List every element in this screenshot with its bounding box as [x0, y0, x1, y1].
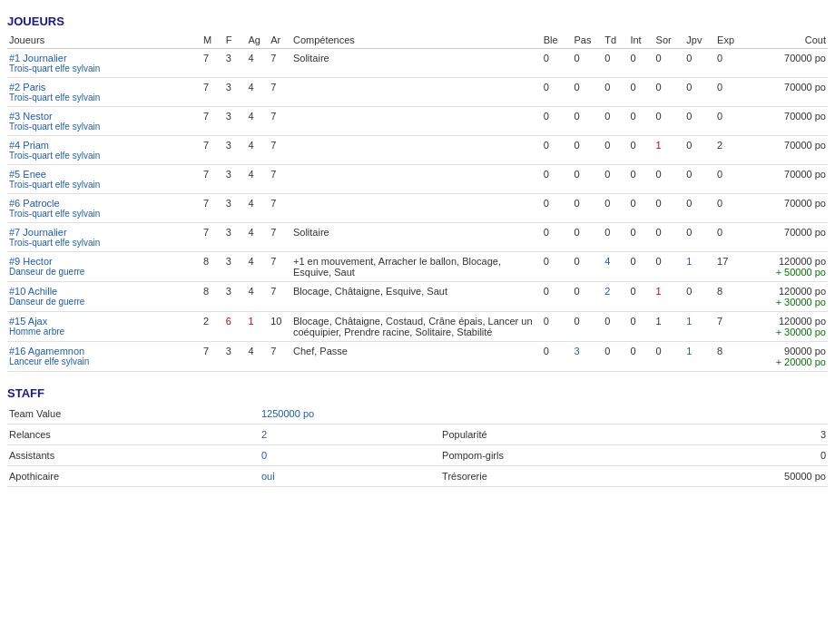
player-num[interactable]: #6 Patrocle [9, 198, 60, 209]
player-jpv: 0 [684, 165, 715, 194]
player-competences: Blocage, Châtaigne, Costaud, Crâne épais… [291, 312, 542, 342]
player-ar: 7 [269, 194, 291, 223]
player-jpv: 0 [684, 223, 715, 252]
player-type: Homme arbre [9, 327, 200, 337]
player-cout: 70000 po [746, 165, 828, 194]
player-cout: 120000 po + 30000 po [746, 282, 828, 312]
player-ar: 7 [269, 165, 291, 194]
player-pas: 0 [573, 282, 604, 312]
player-num[interactable]: #7 Journalier [9, 227, 67, 238]
team-value-label: Team Value [7, 404, 180, 424]
player-num[interactable]: #3 Nestor [9, 111, 53, 122]
player-num[interactable]: #2 Paris [9, 82, 45, 93]
player-cout: 90000 po + 20000 po [746, 342, 828, 372]
team-value-row: Team Value 1250000 po [7, 404, 828, 424]
table-row: #9 Hector Danseur de guerre 8 3 4 7 +1 e… [7, 252, 828, 282]
player-cout: 120000 po + 50000 po [746, 252, 828, 282]
player-num[interactable]: #1 Journalier [9, 53, 67, 63]
player-name-cell: #15 Ajax Homme arbre [7, 312, 201, 342]
player-ag: 4 [246, 165, 269, 194]
player-pas: 0 [573, 49, 604, 78]
table-row: #6 Patrocle Trois-quart elfe sylvain 7 3… [7, 194, 828, 223]
player-num[interactable]: #16 Agamemnon [9, 346, 84, 356]
player-name-cell: #4 Priam Trois-quart elfe sylvain [7, 136, 201, 165]
player-f: 3 [224, 194, 247, 223]
player-competences [291, 136, 542, 165]
player-sor: 0 [654, 107, 685, 136]
player-m: 7 [201, 49, 224, 78]
player-ag: 4 [246, 252, 269, 282]
player-sor: 0 [654, 223, 685, 252]
header-ble: Ble [542, 32, 573, 49]
player-cout: 70000 po [746, 49, 828, 78]
player-m: 7 [201, 136, 224, 165]
player-jpv: 1 [684, 252, 715, 282]
player-m: 7 [201, 194, 224, 223]
player-int: 0 [628, 194, 653, 223]
player-sor: 1 [654, 312, 685, 342]
player-sor: 0 [654, 342, 685, 372]
player-ar: 7 [269, 78, 291, 107]
header-td: Td [603, 32, 628, 49]
player-ble: 0 [542, 136, 573, 165]
player-pas: 0 [573, 136, 604, 165]
player-pas: 0 [573, 165, 604, 194]
player-cout: 70000 po [746, 78, 828, 107]
player-td: 0 [603, 49, 628, 78]
player-ag: 4 [246, 107, 269, 136]
player-num[interactable]: #15 Ajax [9, 316, 47, 327]
player-f: 3 [224, 78, 247, 107]
player-type: Danseur de guerre [9, 297, 200, 307]
joueurs-title: JOUEURS [7, 15, 828, 28]
player-exp: 8 [715, 342, 746, 372]
assistants-row: Assistants 0 Pompom-girls 0 [7, 445, 828, 466]
staff-table: Team Value 1250000 po Relances 2 Popular… [7, 404, 828, 487]
player-td: 0 [603, 223, 628, 252]
header-jpv: Jpv [684, 32, 715, 49]
player-exp: 17 [715, 252, 746, 282]
player-num[interactable]: #9 Hector [9, 256, 53, 267]
player-f: 3 [224, 107, 247, 136]
player-exp: 0 [715, 78, 746, 107]
player-cout: 120000 po + 30000 po [746, 312, 828, 342]
player-num[interactable]: #5 Enee [9, 169, 46, 180]
player-int: 0 [628, 165, 653, 194]
player-jpv: 0 [684, 282, 715, 312]
player-int: 0 [628, 78, 653, 107]
table-row: #4 Priam Trois-quart elfe sylvain 7 3 4 … [7, 136, 828, 165]
player-name-cell: #5 Enee Trois-quart elfe sylvain [7, 165, 201, 194]
player-type: Trois-quart elfe sylvain [9, 151, 200, 161]
player-ar: 7 [269, 252, 291, 282]
player-sor: 0 [654, 194, 685, 223]
player-name-cell: #7 Journalier Trois-quart elfe sylvain [7, 223, 201, 252]
player-num[interactable]: #10 Achille [9, 286, 57, 297]
apothicaire-label: Apothicaire [7, 466, 180, 487]
player-f: 3 [224, 165, 247, 194]
header-f: F [224, 32, 247, 49]
player-ag: 4 [246, 282, 269, 312]
team-value: 1250000 po [260, 404, 429, 424]
player-m: 7 [201, 342, 224, 372]
player-exp: 8 [715, 282, 746, 312]
popularite-value: 3 [692, 424, 828, 445]
player-jpv: 0 [684, 78, 715, 107]
player-pas: 0 [573, 107, 604, 136]
player-sor: 0 [654, 78, 685, 107]
player-pas: 0 [573, 312, 604, 342]
player-name-cell: #9 Hector Danseur de guerre [7, 252, 201, 282]
table-row: #10 Achille Danseur de guerre 8 3 4 7 Bl… [7, 282, 828, 312]
header-int: Int [628, 32, 653, 49]
player-int: 0 [628, 342, 653, 372]
player-ag: 4 [246, 194, 269, 223]
header-ar: Ar [269, 32, 291, 49]
player-type: Trois-quart elfe sylvain [9, 209, 200, 219]
player-cout: 70000 po [746, 223, 828, 252]
player-jpv: 0 [684, 194, 715, 223]
player-jpv: 0 [684, 107, 715, 136]
relances-value: 2 [260, 424, 429, 445]
player-pas: 0 [573, 223, 604, 252]
staff-section: STAFF Team Value 1250000 po Relances 2 P… [7, 386, 828, 487]
player-num[interactable]: #4 Priam [9, 140, 49, 151]
apothicaire-row: Apothicaire oui Trésorerie 50000 po [7, 466, 828, 487]
pompom-label: Pompom-girls [440, 445, 636, 466]
